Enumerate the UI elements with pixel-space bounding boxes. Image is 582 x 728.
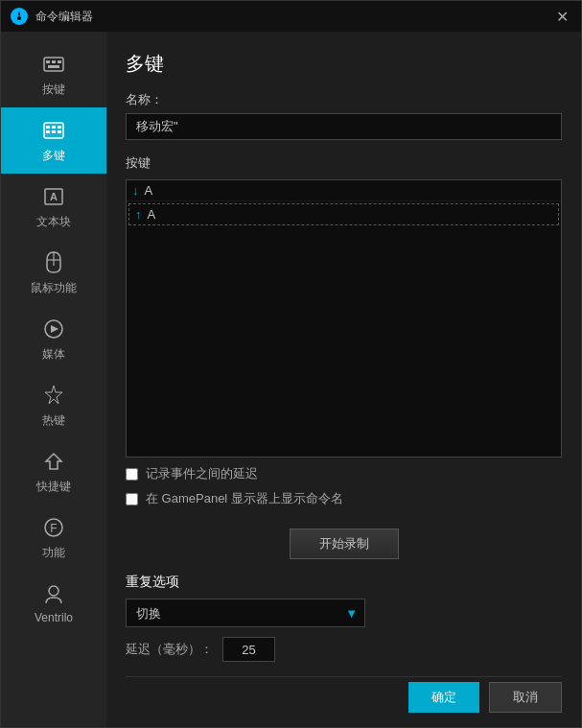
sidebar-item-media[interactable]: 媒体 — [1, 306, 106, 372]
mouse-icon — [40, 249, 67, 276]
svg-rect-12 — [58, 130, 61, 133]
title-bar-left: 命令编辑器 — [11, 8, 93, 25]
bottom-bar: 确定 取消 — [126, 676, 562, 713]
svg-rect-9 — [58, 126, 61, 129]
repeat-section: 重复选项 切换 单次 重复 ▼ 延迟（毫秒）： — [126, 574, 562, 662]
sidebar-label-ventrilo: Ventrilo — [35, 611, 73, 624]
name-label: 名称： — [126, 91, 562, 108]
svg-rect-10 — [46, 130, 50, 133]
sidebar-item-keys[interactable]: 按键 — [1, 41, 106, 107]
svg-rect-5 — [48, 65, 59, 68]
sidebar: 按键 多键 — [1, 32, 106, 727]
main-window: 命令编辑器 ✕ 按键 — [0, 0, 582, 728]
svg-point-23 — [49, 586, 58, 596]
svg-rect-8 — [52, 126, 56, 129]
sidebar-item-textblock[interactable]: A 文本块 — [1, 174, 106, 240]
keys-section-label: 按键 — [126, 154, 562, 172]
up-arrow-icon: ↑ — [135, 207, 142, 222]
svg-rect-3 — [52, 60, 56, 63]
show-gamepanel-checkbox[interactable] — [126, 493, 138, 505]
sidebar-label-textblock: 文本块 — [36, 214, 71, 230]
svg-rect-1 — [44, 58, 63, 71]
delay-input[interactable] — [222, 637, 275, 662]
content-area: 按键 多键 — [1, 32, 581, 727]
sidebar-item-shortcut[interactable]: 快捷键 — [1, 438, 106, 505]
key-row-down: ↓ A — [127, 180, 561, 201]
sidebar-item-multikey[interactable]: 多键 — [1, 107, 106, 174]
title-bar: 命令编辑器 ✕ — [1, 1, 581, 32]
sidebar-label-multikey: 多键 — [42, 148, 65, 164]
repeat-title: 重复选项 — [126, 574, 562, 591]
sidebar-item-ventrilo[interactable]: Ventrilo — [1, 571, 106, 634]
close-button[interactable]: ✕ — [552, 7, 571, 26]
keys-area: ↓ A ↑ A 此前记录 此后记录 插入延迟 — [126, 179, 562, 458]
name-input[interactable] — [126, 113, 562, 140]
cancel-button[interactable]: 取消 — [489, 682, 562, 713]
svg-text:F: F — [50, 522, 57, 535]
delay-row: 延迟（毫秒）： — [126, 637, 562, 662]
checkbox-row-gamepanel: 在 GamePanel 显示器上显示命令名 — [126, 490, 562, 507]
delay-label: 延迟（毫秒）： — [126, 641, 213, 658]
confirm-button[interactable]: 确定 — [408, 682, 479, 713]
sidebar-label-keys: 按键 — [42, 82, 65, 98]
down-arrow-icon: ↓ — [132, 183, 139, 198]
keys-icon — [40, 51, 67, 78]
main-content: 多键 名称： 按键 ↓ A ↑ A 此前记录 — [106, 32, 581, 727]
sidebar-item-function[interactable]: F 功能 — [1, 505, 106, 571]
title-bar-title: 命令编辑器 — [35, 9, 93, 25]
function-icon: F — [40, 514, 67, 541]
svg-marker-20 — [45, 386, 62, 404]
repeat-select-wrapper: 切换 单次 重复 ▼ — [126, 599, 365, 627]
sidebar-item-hotkey[interactable]: 热键 — [1, 372, 106, 438]
sidebar-item-mouse[interactable]: 鼠标功能 — [1, 240, 106, 306]
app-logo — [11, 8, 28, 25]
hotkey-icon — [40, 382, 67, 409]
multikey-icon — [40, 117, 67, 144]
svg-rect-7 — [46, 126, 50, 129]
svg-rect-11 — [52, 130, 56, 133]
shortcut-icon — [40, 448, 67, 475]
media-icon — [40, 316, 67, 342]
key-up-label: A — [148, 207, 156, 222]
sidebar-label-media: 媒体 — [42, 346, 65, 363]
svg-rect-2 — [46, 60, 50, 63]
sidebar-label-hotkey: 热键 — [42, 412, 65, 429]
sidebar-label-mouse: 鼠标功能 — [31, 280, 77, 296]
svg-rect-4 — [58, 60, 61, 63]
svg-marker-19 — [51, 325, 58, 333]
sidebar-label-function: 功能 — [42, 545, 65, 561]
key-row-up: ↑ A — [128, 203, 559, 225]
record-delay-label: 记录事件之间的延迟 — [146, 465, 258, 482]
repeat-select[interactable]: 切换 单次 重复 — [126, 599, 365, 627]
record-button[interactable]: 开始录制 — [290, 528, 399, 559]
key-down-label: A — [145, 183, 153, 198]
show-gamepanel-label: 在 GamePanel 显示器上显示命令名 — [146, 490, 343, 507]
checkbox-row-delay: 记录事件之间的延迟 — [126, 465, 562, 482]
sidebar-label-shortcut: 快捷键 — [36, 479, 71, 495]
svg-point-0 — [17, 16, 21, 20]
page-title: 多键 — [126, 51, 562, 77]
svg-text:A: A — [50, 191, 58, 202]
ventrilo-icon — [40, 580, 67, 607]
textblock-icon: A — [40, 183, 67, 210]
record-delay-checkbox[interactable] — [126, 468, 138, 481]
